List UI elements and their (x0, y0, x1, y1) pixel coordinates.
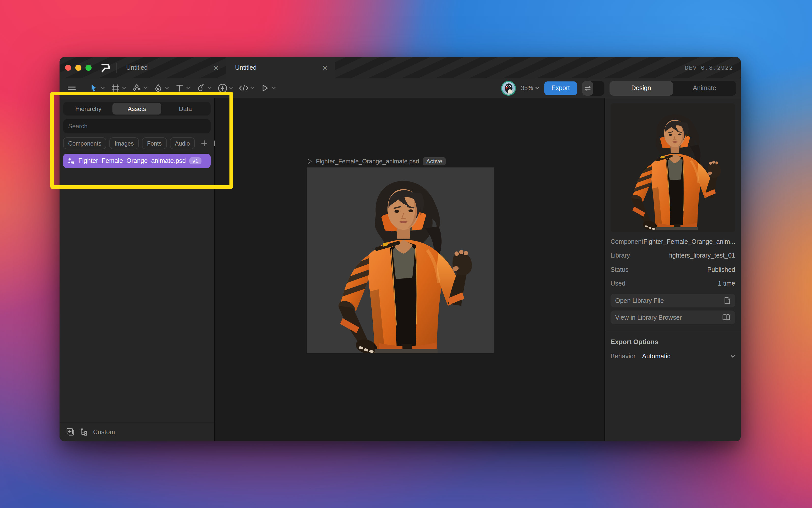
property-row: Library fighters_library_test_01 (611, 249, 735, 263)
filter-components[interactable]: Components (63, 137, 106, 149)
file-icon (724, 297, 731, 304)
zoom-level-value: 35% (521, 84, 533, 92)
left-panel: Hierarchy Assets Data Components Images … (59, 98, 215, 441)
chevron-down-icon[interactable] (122, 82, 127, 94)
tab-animate-label: Animate (693, 84, 716, 92)
component-asset-icon (67, 157, 75, 165)
close-tab-icon[interactable]: ✕ (211, 64, 221, 72)
code-tool-icon[interactable] (238, 82, 249, 94)
traffic-lights (59, 57, 99, 78)
behavior-label: Behavior (611, 353, 642, 360)
left-panel-tabs: Hierarchy Assets Data (63, 102, 211, 116)
open-library-file-button[interactable]: Open Library File (611, 294, 735, 307)
trigger-tool-icon[interactable] (217, 82, 228, 94)
chevron-down-icon[interactable] (250, 82, 256, 94)
property-value: Published (707, 266, 735, 273)
text-tool-icon[interactable] (174, 82, 185, 94)
chevron-down-icon[interactable] (186, 82, 191, 94)
zoom-window-button[interactable] (86, 65, 92, 71)
fighter-character-image (307, 167, 494, 353)
filter-audio[interactable]: Audio (170, 137, 195, 149)
chevron-down-icon[interactable] (101, 82, 106, 94)
behavior-row[interactable]: Behavior Automatic (611, 353, 735, 360)
add-artboard-icon[interactable] (66, 428, 75, 436)
desktop-wallpaper: Untitled ✕ Untitled ✕ DEV 0.8.2922 (0, 0, 812, 508)
close-tab-icon[interactable]: ✕ (320, 64, 330, 72)
chevron-down-icon (535, 87, 539, 90)
property-row: Status Published (611, 263, 735, 277)
property-value: Fighter_Female_Orange_anim... (643, 238, 735, 245)
tab-hierarchy-label: Hierarchy (75, 105, 101, 112)
rive-logo-icon (99, 57, 117, 78)
tab-label: Untitled (235, 64, 320, 71)
pen-tool-icon[interactable] (153, 82, 164, 94)
property-row: Component Fighter_Female_Orange_anim... (611, 235, 735, 249)
property-label: Library (611, 252, 630, 259)
chevron-down-icon (731, 354, 735, 358)
export-button[interactable]: Export (544, 81, 577, 95)
artboard-tool-icon[interactable] (110, 82, 121, 94)
property-row: Used 1 time (611, 277, 735, 291)
shapes-tool-icon[interactable] (131, 82, 142, 94)
chevron-down-icon[interactable] (272, 82, 277, 94)
component-preview (611, 103, 735, 232)
fighter-character-thumbnail (611, 103, 735, 232)
zoom-level-control[interactable]: 35% (521, 84, 539, 92)
button-label: Open Library File (615, 297, 664, 304)
add-asset-plus-icon[interactable] (201, 140, 208, 146)
play-outline-icon[interactable] (307, 158, 312, 164)
menu-icon[interactable] (66, 82, 77, 94)
tab-data-label: Data (179, 105, 192, 112)
canvas[interactable]: Fighter_Female_Orange_animate.psd Active (215, 98, 604, 441)
export-button-label: Export (551, 84, 570, 92)
search-input[interactable] (63, 119, 211, 133)
asset-list-item[interactable]: Fighter_Female_Orange_animate.psd v1 (63, 154, 211, 168)
title-bar: Untitled ✕ Untitled ✕ DEV 0.8.2922 (59, 57, 741, 78)
tab-hierarchy[interactable]: Hierarchy (64, 103, 113, 115)
chevron-down-icon[interactable] (165, 82, 170, 94)
footer-custom-label: Custom (93, 428, 115, 435)
button-label: View in Library Browser (615, 314, 682, 321)
document-tab-2[interactable]: Untitled ✕ (226, 57, 335, 78)
chevron-down-icon[interactable] (143, 82, 148, 94)
property-value: fighters_library_test_01 (669, 252, 735, 259)
filter-label: Audio (175, 140, 190, 146)
artboard-name[interactable]: Fighter_Female_Orange_animate.psd (316, 158, 419, 165)
artboard[interactable] (307, 167, 494, 353)
asset-name: Fighter_Female_Orange_animate.psd (78, 157, 186, 164)
filter-fonts[interactable]: Fonts (142, 137, 167, 149)
tab-design[interactable]: Design (610, 81, 673, 95)
behavior-value: Automatic (642, 353, 670, 360)
tab-design-label: Design (631, 84, 651, 92)
asset-version-badge: v1 (189, 157, 201, 164)
compare-toggle[interactable] (582, 81, 604, 95)
active-status-badge: Active (423, 157, 446, 165)
filter-images[interactable]: Images (109, 137, 139, 149)
chevron-down-icon[interactable] (229, 82, 234, 94)
select-tool-icon[interactable] (89, 82, 100, 94)
tab-data[interactable]: Data (161, 103, 210, 115)
play-tool-icon[interactable] (260, 82, 271, 94)
tab-assets-label: Assets (128, 105, 146, 112)
minimize-window-button[interactable] (75, 65, 81, 71)
export-options-title: Export Options (611, 338, 735, 346)
rive-app-window: Untitled ✕ Untitled ✕ DEV 0.8.2922 (59, 57, 741, 441)
property-label: Status (611, 266, 629, 273)
bone-tool-icon[interactable] (195, 82, 207, 94)
view-in-library-browser-button[interactable]: View in Library Browser (611, 310, 735, 324)
tree-icon[interactable] (80, 428, 88, 436)
filter-label: Components (68, 140, 101, 146)
tab-assets[interactable]: Assets (113, 103, 161, 115)
property-value: 1 time (718, 280, 735, 287)
section-divider (605, 331, 741, 331)
user-avatar[interactable] (501, 81, 516, 95)
filter-label: Fonts (147, 140, 162, 146)
tab-label: Untitled (126, 64, 211, 71)
chevron-down-icon[interactable] (208, 82, 213, 94)
document-tab-1[interactable]: Untitled ✕ (117, 57, 226, 78)
property-label: Component (611, 238, 643, 245)
tab-animate[interactable]: Animate (673, 81, 736, 95)
close-window-button[interactable] (65, 65, 71, 71)
left-panel-footer: Custom (59, 422, 214, 441)
filter-label: Images (115, 140, 134, 146)
